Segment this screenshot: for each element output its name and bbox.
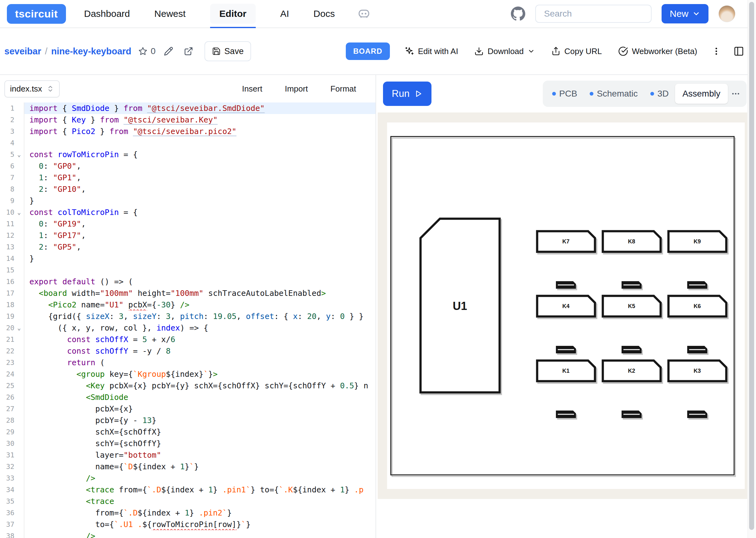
- line-number: 15: [0, 264, 14, 276]
- fold-toggle-icon[interactable]: ⌄: [14, 322, 25, 334]
- save-button-label: Save: [224, 47, 244, 56]
- line-number: 14: [0, 253, 14, 264]
- code-line[interactable]: 16export default () => (: [0, 276, 376, 288]
- line-number: 4: [0, 137, 14, 149]
- code-line[interactable]: 23 return (: [0, 357, 376, 368]
- star-button[interactable]: [138, 47, 147, 56]
- github-icon[interactable]: [511, 7, 525, 21]
- code-line[interactable]: 17 <board width="100mm" height="100mm" s…: [0, 288, 376, 299]
- code-line[interactable]: 6 0: "GP0",: [0, 160, 376, 172]
- search-input[interactable]: [535, 5, 652, 23]
- code-line[interactable]: 18 <Pico2 name="U1" pcbX={-30} />: [0, 299, 376, 310]
- code-line[interactable]: 3import { Pico2 } from "@tsci/seveibar.p…: [0, 126, 376, 137]
- fold-toggle-icon[interactable]: ⌄: [14, 149, 25, 160]
- line-number: 10: [0, 206, 14, 218]
- rename-button[interactable]: [164, 47, 173, 56]
- code-line[interactable]: 15: [0, 264, 376, 276]
- code-text: const schOffY = -y / 8: [25, 345, 376, 357]
- tab-assembly[interactable]: Assembly: [675, 84, 728, 104]
- nav-item-ai[interactable]: AI: [280, 8, 289, 19]
- save-button[interactable]: Save: [204, 41, 251, 61]
- fold-toggle-icon: [14, 126, 25, 137]
- code-line[interactable]: 11 0: "GP19",: [0, 218, 376, 230]
- fold-toggle-icon[interactable]: ⌄: [14, 206, 25, 218]
- open-external-button[interactable]: [184, 47, 193, 56]
- code-line[interactable]: 25 <Key pcbX={x} pcbY={y} schX={schOffX}…: [0, 380, 376, 392]
- code-line[interactable]: 27 pcbX={x}: [0, 403, 376, 414]
- edit-with-ai-button[interactable]: Edit with AI: [402, 46, 460, 57]
- nav-item-editor[interactable]: Editor: [210, 4, 256, 24]
- code-line[interactable]: 30 schY={schOffY}: [0, 438, 376, 449]
- more-options-button[interactable]: [712, 47, 721, 56]
- code-line[interactable]: 28 pcbY={y - 13}: [0, 414, 376, 426]
- nav-item-newest[interactable]: Newest: [154, 8, 186, 19]
- breadcrumb-project[interactable]: nine-key-keyboard: [51, 46, 131, 57]
- code-line[interactable]: 8 2: "GP10",: [0, 184, 376, 195]
- board-badge[interactable]: BOARD: [346, 42, 390, 60]
- code-line[interactable]: 4: [0, 137, 376, 149]
- code-line[interactable]: 14}: [0, 253, 376, 264]
- code-line[interactable]: 2import { Key } from "@tsci/seveibar.Key…: [0, 114, 376, 126]
- code-line[interactable]: 36 from={`.D${index + 1} .pin2`}: [0, 507, 376, 519]
- menu-import[interactable]: Import: [283, 84, 310, 94]
- fold-toggle-icon: [14, 519, 25, 530]
- breadcrumb-owner[interactable]: seveibar: [4, 46, 41, 57]
- tab-pcb[interactable]: PCB: [546, 84, 584, 104]
- editor-menu: Insert Import Format: [240, 84, 358, 94]
- code-line[interactable]: 38 />: [0, 530, 376, 538]
- editor-header: index.tsx Insert Import Format: [0, 75, 376, 102]
- code-line[interactable]: 26 <SmdDiode: [0, 392, 376, 403]
- code-line[interactable]: 10⌄const colToMicroPin = {: [0, 206, 376, 218]
- breadcrumb-separator: /: [45, 46, 47, 57]
- code-area[interactable]: 1import { SmdDiode } from "@tsci/seveiba…: [0, 102, 376, 538]
- tab-schematic-label: Schematic: [597, 89, 638, 99]
- fold-toggle-icon: [14, 310, 25, 322]
- code-line[interactable]: 9}: [0, 195, 376, 206]
- new-button[interactable]: New: [662, 4, 709, 24]
- toggle-panel-button[interactable]: [733, 46, 744, 57]
- user-avatar[interactable]: [719, 5, 735, 22]
- code-line[interactable]: 12 1: "GP17",: [0, 230, 376, 241]
- more-views-button[interactable]: [728, 89, 743, 98]
- code-line[interactable]: 5⌄const rowToMicroPin = {: [0, 149, 376, 160]
- download-button[interactable]: Download: [472, 46, 537, 57]
- line-number: 9: [0, 195, 14, 206]
- assembly-canvas[interactable]: U1 K7 K8 K9 K4: [378, 113, 747, 499]
- discord-icon[interactable]: [357, 7, 371, 20]
- code-line[interactable]: 37 to={`.U1 .${rowToMicroPin[row]}`}: [0, 519, 376, 530]
- fold-toggle-icon: [14, 530, 25, 538]
- code-line[interactable]: 20⌄ ({ x, y, row, col }, index) => {: [0, 322, 376, 334]
- page-scrollbar[interactable]: [748, 0, 756, 538]
- nav-item-docs[interactable]: Docs: [314, 8, 335, 19]
- code-line[interactable]: 29 schX={schOffX}: [0, 426, 376, 438]
- copy-url-button[interactable]: Copy URL: [549, 46, 604, 57]
- code-text: import { Key } from "@tsci/seveibar.Key": [25, 114, 376, 126]
- code-line[interactable]: 33 />: [0, 472, 376, 484]
- code-line[interactable]: 34 <trace from={`.D${index + 1} .pin1`} …: [0, 484, 376, 496]
- scrollbar-thumb[interactable]: [749, 2, 754, 530]
- code-line[interactable]: 32 name={`D${index + 1}`}: [0, 461, 376, 472]
- tab-3d[interactable]: 3D: [644, 84, 675, 104]
- file-selector[interactable]: index.tsx: [4, 80, 60, 97]
- nav-item-dashboard[interactable]: Dashboard: [84, 8, 130, 19]
- tab-schematic[interactable]: Schematic: [583, 84, 644, 104]
- code-line[interactable]: 21 const schOffX = 5 + x/6: [0, 334, 376, 345]
- code-text: <trace from={`.D${index + 1} .pin1`} to=…: [25, 484, 376, 496]
- menu-format[interactable]: Format: [328, 84, 358, 94]
- menu-insert[interactable]: Insert: [240, 84, 264, 94]
- line-number: 35: [0, 496, 14, 507]
- code-line[interactable]: 7 1: "GP1",: [0, 172, 376, 184]
- code-line[interactable]: 24 <group key={`Kgroup${index}`}>: [0, 368, 376, 380]
- code-line[interactable]: 19 {grid({ sizeX: 3, sizeY: 3, pitch: 19…: [0, 310, 376, 322]
- fold-toggle-icon: [14, 276, 25, 288]
- run-button[interactable]: Run: [383, 81, 432, 106]
- code-line[interactable]: 22 const schOffY = -y / 8: [0, 345, 376, 357]
- code-line[interactable]: 31 layer="bottom": [0, 449, 376, 461]
- pencil-icon: [164, 47, 173, 56]
- code-line[interactable]: 35 <trace: [0, 496, 376, 507]
- code-line[interactable]: 1import { SmdDiode } from "@tsci/seveiba…: [0, 102, 376, 114]
- webworker-button[interactable]: Webworker (Beta): [616, 46, 699, 57]
- tscircuit-logo[interactable]: tscircuit: [7, 4, 66, 24]
- key-k9-label: K9: [693, 239, 701, 244]
- code-line[interactable]: 13 2: "GP5",: [0, 241, 376, 253]
